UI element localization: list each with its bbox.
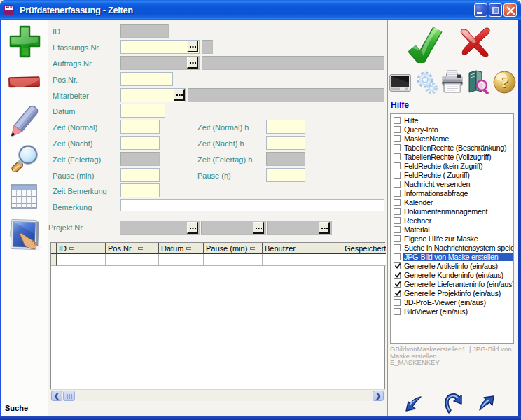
svg-text:?: ? [501,73,509,91]
